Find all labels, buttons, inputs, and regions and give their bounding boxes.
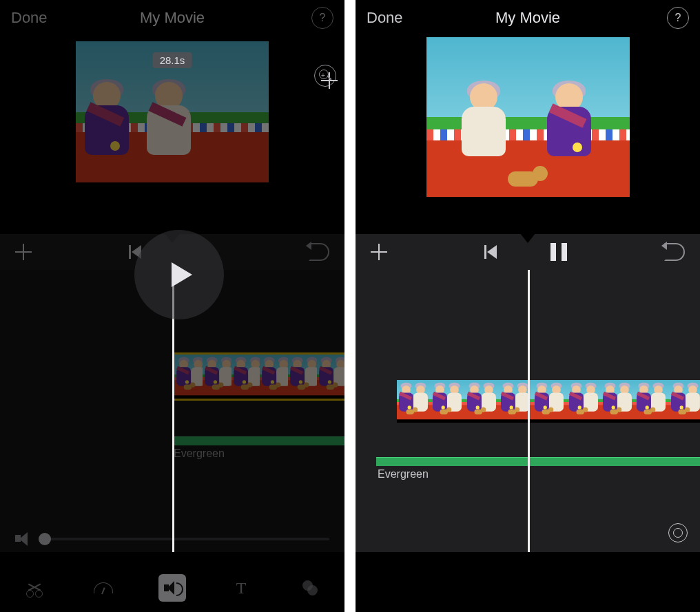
timeline[interactable]: Evergreen — [356, 270, 700, 552]
magnify-icon[interactable]: + — [314, 65, 336, 87]
video-preview[interactable] — [356, 36, 700, 234]
video-clip[interactable] — [172, 352, 344, 401]
preview-frame — [426, 37, 630, 215]
speed-tool[interactable] — [90, 574, 117, 602]
clip-thumbnail — [260, 355, 288, 399]
panel-divider — [344, 0, 356, 612]
audio-track[interactable] — [376, 457, 700, 466]
clip-tools-bar: T — [0, 552, 344, 611]
clip-thumbnail — [669, 380, 700, 423]
audio-tool[interactable] — [158, 574, 186, 602]
clip-thumbnail — [567, 380, 601, 423]
clip-thumbnail — [203, 355, 231, 399]
add-media-button[interactable] — [371, 244, 387, 260]
clip-thumbnail — [635, 380, 668, 423]
pause-button[interactable] — [550, 243, 567, 261]
titles-tool[interactable]: T — [227, 574, 255, 602]
clip-thumbnail — [533, 380, 566, 423]
audio-track-label: Evergreen — [378, 468, 429, 481]
clip-thumbnail — [231, 355, 260, 399]
volume-slider[interactable] — [40, 538, 329, 540]
done-button[interactable]: Done — [11, 9, 48, 27]
clip-thumbnail — [397, 380, 431, 423]
playhead-marker-icon — [520, 233, 535, 243]
clip-thumbnail — [288, 355, 316, 399]
filters-tool[interactable] — [296, 574, 324, 602]
transport-toolbar — [356, 234, 700, 270]
undo-button[interactable] — [309, 243, 329, 261]
clip-thumbnail — [317, 355, 344, 399]
help-button[interactable]: ? — [311, 7, 333, 29]
video-clip[interactable] — [397, 380, 700, 423]
playhead[interactable] — [528, 270, 530, 552]
skip-back-button[interactable] — [484, 245, 498, 259]
undo-button[interactable] — [664, 243, 685, 261]
clip-thumbnail — [601, 380, 635, 423]
project-title: My Movie — [0, 9, 344, 27]
header: Done My Movie ? — [356, 0, 700, 36]
audio-track-label: Evergreen — [174, 447, 225, 460]
split-tool[interactable] — [21, 574, 48, 602]
volume-knob[interactable] — [39, 533, 51, 545]
add-media-button[interactable] — [15, 244, 32, 260]
mute-icon[interactable] — [15, 531, 30, 547]
project-title: My Movie — [356, 9, 700, 27]
video-preview[interactable]: 28.1s + — [0, 36, 344, 234]
project-settings-button[interactable] — [668, 523, 688, 542]
editor-screen-paused: Done My Movie ? 28.1s + — [0, 0, 344, 612]
done-button[interactable]: Done — [367, 9, 403, 27]
header: Done My Movie ? — [0, 0, 344, 36]
gear-icon — [668, 523, 688, 542]
clip-duration-badge: 28.1s — [153, 52, 192, 68]
editor-screen-playing: Done My Movie ? — [356, 0, 700, 612]
play-button[interactable] — [134, 230, 224, 319]
clip-thumbnail — [174, 355, 203, 399]
help-button[interactable]: ? — [667, 7, 689, 29]
audio-track[interactable] — [172, 436, 344, 445]
clip-thumbnail — [465, 380, 499, 423]
clip-thumbnail — [431, 380, 464, 423]
